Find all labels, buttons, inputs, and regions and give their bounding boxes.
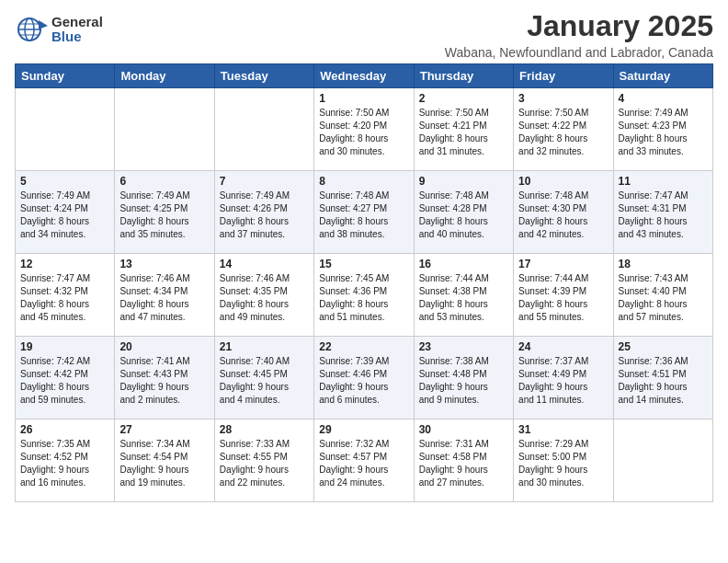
day-number: 8 [319,175,408,188]
day-info: Sunrise: 7:32 AM Sunset: 4:57 PM Dayligh… [319,438,408,489]
logo-blue-text: Blue [51,29,103,45]
day-number: 13 [119,258,209,270]
day-number: 4 [619,92,708,105]
day-number: 12 [20,258,109,270]
calendar-header-row: SundayMondayTuesdayWednesdayThursdayFrid… [16,64,713,88]
day-info: Sunrise: 7:49 AM Sunset: 4:24 PM Dayligh… [20,190,109,241]
day-number: 14 [220,258,309,270]
calendar-cell: 12Sunrise: 7:47 AM Sunset: 4:32 PM Dayli… [16,254,115,337]
day-info: Sunrise: 7:49 AM Sunset: 4:25 PM Dayligh… [119,190,209,241]
subtitle: Wabana, Newfoundland and Labrador, Canad… [445,45,713,60]
day-info: Sunrise: 7:49 AM Sunset: 4:23 PM Dayligh… [619,107,708,158]
calendar-header-wednesday: Wednesday [314,64,414,88]
calendar-cell: 9Sunrise: 7:48 AM Sunset: 4:28 PM Daylig… [414,171,513,254]
calendar-cell: 10Sunrise: 7:48 AM Sunset: 4:30 PM Dayli… [514,171,613,254]
day-number: 17 [518,258,608,270]
calendar-cell: 21Sunrise: 7:40 AM Sunset: 4:45 PM Dayli… [214,337,313,419]
day-info: Sunrise: 7:31 AM Sunset: 4:58 PM Dayligh… [419,438,508,489]
day-info: Sunrise: 7:39 AM Sunset: 4:46 PM Dayligh… [319,355,408,407]
calendar-cell: 1Sunrise: 7:50 AM Sunset: 4:20 PM Daylig… [314,88,414,171]
calendar-cell: 29Sunrise: 7:32 AM Sunset: 4:57 PM Dayli… [314,419,414,502]
calendar-cell: 8Sunrise: 7:48 AM Sunset: 4:27 PM Daylig… [314,171,414,254]
day-number: 29 [319,423,408,436]
day-number: 25 [619,340,708,353]
day-number: 22 [319,340,408,353]
day-info: Sunrise: 7:50 AM Sunset: 4:20 PM Dayligh… [319,107,408,158]
day-info: Sunrise: 7:41 AM Sunset: 4:43 PM Dayligh… [119,355,209,407]
day-number: 2 [419,92,508,105]
calendar-cell: 18Sunrise: 7:43 AM Sunset: 4:40 PM Dayli… [613,254,712,337]
calendar-cell: 23Sunrise: 7:38 AM Sunset: 4:48 PM Dayli… [414,337,513,419]
day-number: 18 [619,258,708,270]
calendar-cell [115,88,214,171]
logo-icon [15,13,48,46]
day-number: 7 [220,175,309,188]
calendar-cell: 30Sunrise: 7:31 AM Sunset: 4:58 PM Dayli… [414,419,513,502]
calendar-header-thursday: Thursday [414,64,513,88]
day-number: 21 [220,340,309,353]
day-info: Sunrise: 7:47 AM Sunset: 4:31 PM Dayligh… [619,190,708,241]
day-info: Sunrise: 7:35 AM Sunset: 4:52 PM Dayligh… [20,438,109,489]
title-block: January 2025 Wabana, Newfoundland and La… [445,9,713,60]
day-info: Sunrise: 7:47 AM Sunset: 4:32 PM Dayligh… [20,272,109,324]
calendar-cell: 7Sunrise: 7:49 AM Sunset: 4:26 PM Daylig… [214,171,313,254]
calendar-cell: 14Sunrise: 7:46 AM Sunset: 4:35 PM Dayli… [214,254,313,337]
day-number: 3 [518,92,608,105]
day-number: 19 [20,340,109,353]
calendar-header-sunday: Sunday [16,64,115,88]
calendar-cell: 26Sunrise: 7:35 AM Sunset: 4:52 PM Dayli… [16,419,115,502]
calendar-cell: 16Sunrise: 7:44 AM Sunset: 4:38 PM Dayli… [414,254,513,337]
day-info: Sunrise: 7:34 AM Sunset: 4:54 PM Dayligh… [119,438,209,489]
calendar-cell: 27Sunrise: 7:34 AM Sunset: 4:54 PM Dayli… [115,419,214,502]
day-number: 15 [319,258,408,270]
calendar-header-tuesday: Tuesday [214,64,313,88]
calendar-cell: 4Sunrise: 7:49 AM Sunset: 4:23 PM Daylig… [613,88,712,171]
calendar-week-row: 26Sunrise: 7:35 AM Sunset: 4:52 PM Dayli… [16,419,713,502]
calendar-header-monday: Monday [115,64,214,88]
day-number: 31 [518,423,608,436]
day-info: Sunrise: 7:48 AM Sunset: 4:28 PM Dayligh… [419,190,508,241]
calendar-cell [214,88,313,171]
calendar-cell: 17Sunrise: 7:44 AM Sunset: 4:39 PM Dayli… [514,254,613,337]
main-title: January 2025 [445,9,713,43]
page: General Blue January 2025 Wabana, Newfou… [0,0,728,563]
calendar-cell: 2Sunrise: 7:50 AM Sunset: 4:21 PM Daylig… [414,88,513,171]
calendar-cell [613,419,712,502]
day-number: 23 [419,340,508,353]
day-info: Sunrise: 7:42 AM Sunset: 4:42 PM Dayligh… [20,355,109,407]
calendar-cell: 6Sunrise: 7:49 AM Sunset: 4:25 PM Daylig… [115,171,214,254]
logo-general-text: General [51,15,103,30]
calendar-cell [16,88,115,171]
calendar-cell: 15Sunrise: 7:45 AM Sunset: 4:36 PM Dayli… [314,254,414,337]
day-number: 30 [419,423,508,436]
header: General Blue January 2025 Wabana, Newfou… [15,9,713,60]
day-info: Sunrise: 7:50 AM Sunset: 4:21 PM Dayligh… [419,107,508,158]
day-info: Sunrise: 7:37 AM Sunset: 4:49 PM Dayligh… [518,355,608,407]
day-info: Sunrise: 7:40 AM Sunset: 4:45 PM Dayligh… [220,355,309,407]
day-number: 16 [419,258,508,270]
day-number: 1 [319,92,408,105]
day-info: Sunrise: 7:48 AM Sunset: 4:30 PM Dayligh… [518,190,608,241]
day-info: Sunrise: 7:48 AM Sunset: 4:27 PM Dayligh… [319,190,408,241]
calendar-week-row: 5Sunrise: 7:49 AM Sunset: 4:24 PM Daylig… [16,171,713,254]
day-number: 6 [119,175,209,188]
calendar-cell: 11Sunrise: 7:47 AM Sunset: 4:31 PM Dayli… [613,171,712,254]
day-info: Sunrise: 7:44 AM Sunset: 4:38 PM Dayligh… [419,272,508,324]
day-info: Sunrise: 7:50 AM Sunset: 4:22 PM Dayligh… [518,107,608,158]
calendar-cell: 25Sunrise: 7:36 AM Sunset: 4:51 PM Dayli… [613,337,712,419]
calendar-cell: 20Sunrise: 7:41 AM Sunset: 4:43 PM Dayli… [115,337,214,419]
day-number: 9 [419,175,508,188]
calendar-cell: 13Sunrise: 7:46 AM Sunset: 4:34 PM Dayli… [115,254,214,337]
day-info: Sunrise: 7:29 AM Sunset: 5:00 PM Dayligh… [518,438,608,489]
calendar-week-row: 1Sunrise: 7:50 AM Sunset: 4:20 PM Daylig… [16,88,713,171]
day-info: Sunrise: 7:33 AM Sunset: 4:55 PM Dayligh… [220,438,309,489]
day-number: 11 [619,175,708,188]
calendar-cell: 28Sunrise: 7:33 AM Sunset: 4:55 PM Dayli… [214,419,313,502]
calendar-week-row: 19Sunrise: 7:42 AM Sunset: 4:42 PM Dayli… [16,337,713,419]
day-number: 10 [518,175,608,188]
day-number: 28 [220,423,309,436]
calendar-cell: 22Sunrise: 7:39 AM Sunset: 4:46 PM Dayli… [314,337,414,419]
calendar-header-saturday: Saturday [613,64,712,88]
calendar-cell: 19Sunrise: 7:42 AM Sunset: 4:42 PM Dayli… [16,337,115,419]
calendar-header-friday: Friday [514,64,613,88]
